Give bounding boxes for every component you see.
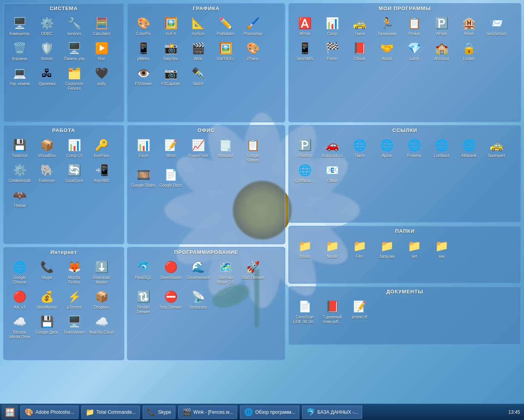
icon-item[interactable]: 🚕 Такси	[346, 14, 373, 38]
icon-item[interactable]: 📋 Google Sheets	[240, 136, 266, 164]
icon-item[interactable]: 🐬 HeidiSQL	[130, 257, 157, 286]
icon-item[interactable]: 📕 CBook	[346, 39, 373, 63]
icon-item[interactable]: 📊 Excel	[130, 136, 157, 164]
icon-item[interactable]: ☁️ Bitcasa Infinite Drive	[6, 312, 33, 341]
icon-item[interactable]: 📦 VirtualBox	[34, 136, 60, 160]
icon-item[interactable]: 🗂️ Customize Fences	[61, 64, 88, 93]
start-button[interactable]: 🪟	[2, 405, 18, 420]
icon-item[interactable]: 📁 Загрузки	[374, 236, 400, 261]
icon-item[interactable]: 💰 WebMoney	[34, 287, 60, 311]
icon-item[interactable]: 🔴 AA_v3	[6, 287, 33, 311]
icon-item[interactable]: 📁 Musik	[319, 236, 345, 261]
icon-item[interactable]: 🗒️ Notepad	[212, 136, 239, 164]
taskbar-button[interactable]: 🌐Обзор программ...	[240, 406, 299, 419]
icon-item[interactable]: ⚙️ CreateInstall	[6, 161, 33, 185]
icon-item[interactable]: ✏️ PixBuilder	[212, 14, 239, 38]
icon-item[interactable]: 🖌️ Photoshop	[240, 14, 266, 38]
icon-item[interactable]: 📄 CanoScan LiDE 90 Эл...	[292, 297, 318, 326]
icon-item[interactable]: 📷 FSCapture	[157, 64, 184, 88]
icon-item[interactable]: 📄 Google Docs	[157, 165, 184, 189]
icon-item[interactable]: 🔧 services	[61, 14, 88, 38]
icon-item[interactable]: 📐 mySize	[185, 14, 211, 38]
icon-item[interactable]: 🖤 putty	[88, 64, 115, 93]
icon-item[interactable]: 🏨 Hotel	[456, 14, 482, 38]
icon-item[interactable]: 🦊 Mozilla Firefox	[61, 257, 88, 286]
icon-item[interactable]: 🖼️ UnFREEz	[212, 39, 239, 63]
icon-item[interactable]: 🌐 Google Chrome	[6, 257, 33, 286]
icon-item[interactable]: 📧 GMail	[319, 161, 345, 185]
icon-item[interactable]: 📊 Comp	[319, 14, 345, 38]
icon-item[interactable]: 🛡️ Norton	[34, 39, 60, 63]
icon-item[interactable]: 📸 StepSho	[157, 39, 184, 63]
icon-item[interactable]: 📞 Skype	[34, 257, 60, 286]
icon-item[interactable]: 🖼️ IcoFX	[157, 14, 184, 38]
icon-item[interactable]: 🌊 Dreamweave	[185, 257, 211, 286]
icon-item[interactable]: 🔃 Restart Denwer	[130, 287, 157, 316]
icon-item[interactable]: 🌐 Alfabank	[456, 136, 482, 160]
icon-item[interactable]: 🚗 Autolomb.ru	[319, 136, 345, 160]
icon-item[interactable]: 🖥️ TeamViewer	[61, 312, 88, 341]
icon-item[interactable]: 💻 Упр. компм	[6, 64, 33, 93]
icon-item[interactable]: 🌐 Lombard	[428, 136, 455, 160]
taskbar-button[interactable]: 📁Total Commande...	[81, 406, 140, 419]
icon-item[interactable]: 🎬 Wink	[185, 39, 211, 63]
icon-item[interactable]: 🚕 Taxiexpert	[483, 136, 510, 160]
icon-item[interactable]: 📨 SmsSchool	[483, 14, 510, 38]
icon-item[interactable]: 🧮 Calculator	[88, 14, 115, 38]
icon-item[interactable]: 🎨 ZPaint.	[240, 39, 266, 63]
icon-item[interactable]: 👁️ FSViewer	[130, 64, 157, 88]
icon-item[interactable]: 📈 PowerPoint	[185, 136, 211, 164]
icon-item[interactable]: 📡 Semonitor	[185, 287, 211, 316]
icon-item[interactable]: 📦 Dropbox	[88, 287, 115, 311]
icon-item[interactable]: ⬇️ Download Master	[88, 257, 115, 286]
icon-item[interactable]: 🤝 Assist	[374, 39, 400, 63]
icon-item[interactable]: 🏫 ASchool	[428, 39, 455, 63]
icon-item[interactable]: 🔄 GoodSync	[61, 161, 88, 185]
icon-item[interactable]: 🅿️ APark	[428, 14, 455, 38]
icon-item[interactable]: 📋 Prokat	[401, 14, 427, 38]
taskbar-button[interactable]: 🎨Adobe Photosho...	[20, 406, 79, 419]
icon-item[interactable]: 🦇 Thebat	[6, 186, 33, 210]
icon-item[interactable]: 🗑️ Корзина	[6, 39, 33, 63]
icon-item[interactable]: 📁 Books	[292, 236, 318, 261]
taskbar-button[interactable]: 🎬Wink - [Fences.w...	[178, 406, 237, 419]
icon-item[interactable]: 📁 set	[401, 236, 427, 261]
icon-item[interactable]: ⚡ µTorrent	[61, 287, 88, 311]
icon-item[interactable]: 🖥️ Компьютер	[6, 14, 33, 38]
icon-item[interactable]: 🗺️ Sitemap Writer 2.0	[212, 257, 239, 286]
icon-item[interactable]: 📝 proekt.rtf	[346, 297, 373, 326]
taskbar-button[interactable]: 📞Skype	[143, 406, 175, 419]
icon-item[interactable]: 📕 7-дневный план.pdf...	[319, 297, 345, 326]
icon-item[interactable]: 🅰️ AProk	[292, 14, 318, 38]
icon-item[interactable]: 🌐 Aprok	[374, 136, 400, 160]
icon-item[interactable]: ✒️ Skitch	[185, 64, 211, 88]
icon-item[interactable]: 📁 Film	[346, 236, 373, 261]
icon-item[interactable]: 📊 Comp (2)	[61, 136, 88, 160]
icon-item[interactable]: 🐘 Evernote	[34, 161, 60, 185]
icon-item[interactable]: 📱 ServSMS	[292, 39, 318, 63]
icon-item[interactable]: 🖧 Удаленка	[34, 64, 60, 93]
icon-item[interactable]: 🌐 Такси	[346, 136, 373, 160]
icon-item[interactable]: 📁 ww	[428, 236, 455, 261]
icon-item[interactable]: 💾 Totalcmd	[6, 136, 33, 160]
icon-item[interactable]: ☁️ Mail.Ru Cloud	[88, 312, 115, 341]
icon-item[interactable]: ⛔ Stop Denwer	[157, 287, 184, 316]
icon-item[interactable]: 🔒 Locker	[456, 39, 482, 63]
icon-item[interactable]: 🎨 ColorPix	[130, 14, 157, 38]
icon-item[interactable]: ⚙️ ODBC	[34, 14, 60, 38]
icon-item[interactable]: 🏃 Трнировки	[374, 14, 400, 38]
icon-item[interactable]: 🎞️ Google Slides	[130, 165, 157, 189]
icon-item[interactable]: 🚀 Start Denwer	[240, 257, 266, 286]
icon-item[interactable]: 🔑 KeePass	[88, 136, 115, 160]
taskbar-button[interactable]: 🐬БАЗА ДАННЫХ -...	[302, 406, 362, 419]
icon-item[interactable]: 🖥️ Панель упр	[61, 39, 88, 63]
icon-item[interactable]: 💎 Lomb	[401, 39, 427, 63]
icon-item[interactable]: ▶️ Run	[88, 39, 115, 63]
icon-item[interactable]: 🏁 Finish	[319, 39, 345, 63]
icon-item[interactable]: 🌐 QIWIкош...	[292, 161, 318, 185]
icon-item[interactable]: 🔴 DevelStudio	[157, 257, 184, 286]
icon-item[interactable]: 📝 Word	[157, 136, 184, 164]
icon-item[interactable]: 🌐 Prokexp	[401, 136, 427, 160]
icon-item[interactable]: 🅿️ PiSoft.ru	[292, 136, 318, 160]
icon-item[interactable]: 💾 Google Диск	[34, 312, 60, 341]
